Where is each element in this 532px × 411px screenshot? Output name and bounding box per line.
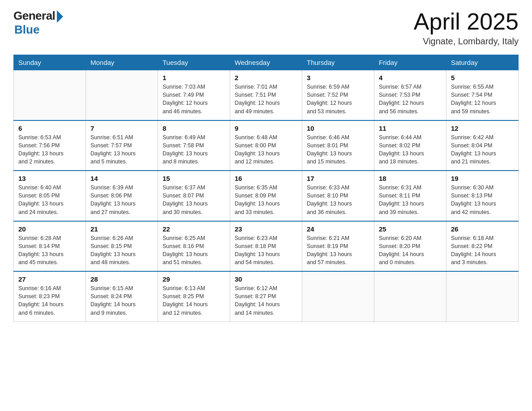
logo-general-text: General (13, 9, 55, 23)
day-number: 8 (163, 124, 225, 132)
day-number: 11 (379, 124, 442, 132)
calendar-cell (374, 271, 446, 321)
day-info: Sunrise: 6:25 AM Sunset: 8:16 PM Dayligh… (163, 234, 225, 267)
calendar-cell: 22Sunrise: 6:25 AM Sunset: 8:16 PM Dayli… (158, 221, 230, 272)
day-number: 7 (90, 124, 153, 132)
weekday-header-thursday: Thursday (302, 55, 374, 70)
calendar-cell: 8Sunrise: 6:49 AM Sunset: 7:58 PM Daylig… (158, 120, 230, 171)
calendar-cell: 6Sunrise: 6:53 AM Sunset: 7:56 PM Daylig… (14, 120, 86, 171)
day-number: 13 (18, 175, 81, 182)
day-info: Sunrise: 6:46 AM Sunset: 8:01 PM Dayligh… (307, 133, 369, 166)
calendar-week-row: 20Sunrise: 6:28 AM Sunset: 8:14 PM Dayli… (14, 221, 519, 272)
day-number: 27 (18, 275, 81, 283)
day-info: Sunrise: 6:53 AM Sunset: 7:56 PM Dayligh… (18, 133, 81, 166)
day-number: 1 (163, 74, 225, 81)
calendar-cell: 16Sunrise: 6:35 AM Sunset: 8:09 PM Dayli… (230, 171, 302, 221)
calendar-cell: 24Sunrise: 6:21 AM Sunset: 8:19 PM Dayli… (302, 221, 374, 272)
day-info: Sunrise: 6:49 AM Sunset: 7:58 PM Dayligh… (163, 133, 225, 166)
weekday-header-saturday: Saturday (446, 55, 519, 70)
calendar-cell: 13Sunrise: 6:40 AM Sunset: 8:05 PM Dayli… (14, 171, 86, 221)
title-block: April 2025 Vignate, Lombardy, Italy (414, 9, 519, 47)
calendar-cell: 1Sunrise: 7:03 AM Sunset: 7:49 PM Daylig… (158, 70, 230, 120)
day-number: 9 (235, 124, 297, 132)
calendar-cell: 18Sunrise: 6:31 AM Sunset: 8:11 PM Dayli… (374, 171, 446, 221)
day-info: Sunrise: 6:44 AM Sunset: 8:02 PM Dayligh… (379, 133, 442, 166)
calendar-cell: 2Sunrise: 7:01 AM Sunset: 7:51 PM Daylig… (230, 70, 302, 120)
logo-blue-text: Blue (14, 23, 39, 37)
day-info: Sunrise: 7:01 AM Sunset: 7:51 PM Dayligh… (235, 83, 297, 116)
day-number: 12 (451, 124, 514, 132)
day-number: 17 (307, 175, 369, 182)
day-number: 6 (18, 124, 81, 132)
day-number: 15 (163, 175, 225, 182)
day-number: 18 (379, 175, 442, 182)
calendar-cell: 11Sunrise: 6:44 AM Sunset: 8:02 PM Dayli… (374, 120, 446, 171)
calendar-cell: 9Sunrise: 6:48 AM Sunset: 8:00 PM Daylig… (230, 120, 302, 171)
calendar-cell: 20Sunrise: 6:28 AM Sunset: 8:14 PM Dayli… (14, 221, 86, 272)
calendar-week-row: 27Sunrise: 6:16 AM Sunset: 8:23 PM Dayli… (14, 271, 519, 321)
day-info: Sunrise: 6:31 AM Sunset: 8:11 PM Dayligh… (379, 184, 442, 216)
day-number: 25 (379, 225, 442, 233)
day-info: Sunrise: 6:23 AM Sunset: 8:18 PM Dayligh… (235, 234, 297, 267)
calendar-week-row: 6Sunrise: 6:53 AM Sunset: 7:56 PM Daylig… (14, 120, 519, 171)
day-number: 2 (235, 74, 297, 81)
day-info: Sunrise: 6:55 AM Sunset: 7:54 PM Dayligh… (451, 83, 514, 116)
day-info: Sunrise: 6:51 AM Sunset: 7:57 PM Dayligh… (90, 133, 153, 166)
weekday-header-sunday: Sunday (14, 55, 86, 70)
day-number: 26 (451, 225, 514, 233)
weekday-header-wednesday: Wednesday (230, 55, 302, 70)
day-number: 10 (307, 124, 369, 132)
day-info: Sunrise: 6:13 AM Sunset: 8:25 PM Dayligh… (163, 284, 225, 317)
calendar-cell: 12Sunrise: 6:42 AM Sunset: 8:04 PM Dayli… (446, 120, 519, 171)
day-info: Sunrise: 6:37 AM Sunset: 8:07 PM Dayligh… (163, 184, 225, 216)
location-subtitle: Vignate, Lombardy, Italy (414, 36, 519, 47)
page-header: General Blue April 2025 Vignate, Lombard… (13, 9, 519, 47)
calendar-cell: 5Sunrise: 6:55 AM Sunset: 7:54 PM Daylig… (446, 70, 519, 120)
calendar-cell: 21Sunrise: 6:26 AM Sunset: 8:15 PM Dayli… (86, 221, 158, 272)
day-info: Sunrise: 6:16 AM Sunset: 8:23 PM Dayligh… (18, 284, 81, 317)
day-number: 24 (307, 225, 369, 233)
day-info: Sunrise: 6:30 AM Sunset: 8:13 PM Dayligh… (451, 184, 514, 216)
calendar-cell: 7Sunrise: 6:51 AM Sunset: 7:57 PM Daylig… (86, 120, 158, 171)
calendar-cell (302, 271, 374, 321)
calendar-header-row: SundayMondayTuesdayWednesdayThursdayFrid… (14, 55, 519, 70)
day-info: Sunrise: 6:33 AM Sunset: 8:10 PM Dayligh… (307, 184, 369, 216)
calendar-cell: 17Sunrise: 6:33 AM Sunset: 8:10 PM Dayli… (302, 171, 374, 221)
calendar-cell: 25Sunrise: 6:20 AM Sunset: 8:20 PM Dayli… (374, 221, 446, 272)
calendar-cell: 10Sunrise: 6:46 AM Sunset: 8:01 PM Dayli… (302, 120, 374, 171)
logo-triangle-icon (57, 10, 63, 23)
calendar-cell: 29Sunrise: 6:13 AM Sunset: 8:25 PM Dayli… (158, 271, 230, 321)
day-info: Sunrise: 6:21 AM Sunset: 8:19 PM Dayligh… (307, 234, 369, 267)
day-number: 28 (90, 275, 153, 283)
calendar-cell: 26Sunrise: 6:18 AM Sunset: 8:22 PM Dayli… (446, 221, 519, 272)
calendar-table: SundayMondayTuesdayWednesdayThursdayFrid… (13, 55, 519, 322)
day-info: Sunrise: 6:35 AM Sunset: 8:09 PM Dayligh… (235, 184, 297, 216)
calendar-cell: 15Sunrise: 6:37 AM Sunset: 8:07 PM Dayli… (158, 171, 230, 221)
day-number: 20 (18, 225, 81, 233)
day-number: 30 (235, 275, 297, 283)
calendar-cell (14, 70, 86, 120)
day-number: 4 (379, 74, 442, 81)
day-info: Sunrise: 6:28 AM Sunset: 8:14 PM Dayligh… (18, 234, 81, 267)
calendar-week-row: 1Sunrise: 7:03 AM Sunset: 7:49 PM Daylig… (14, 70, 519, 120)
day-number: 22 (163, 225, 225, 233)
calendar-cell: 4Sunrise: 6:57 AM Sunset: 7:53 PM Daylig… (374, 70, 446, 120)
day-number: 23 (235, 225, 297, 233)
day-number: 14 (90, 175, 153, 182)
calendar-week-row: 13Sunrise: 6:40 AM Sunset: 8:05 PM Dayli… (14, 171, 519, 221)
day-info: Sunrise: 7:03 AM Sunset: 7:49 PM Dayligh… (163, 83, 225, 116)
calendar-cell: 28Sunrise: 6:15 AM Sunset: 8:24 PM Dayli… (86, 271, 158, 321)
day-info: Sunrise: 6:48 AM Sunset: 8:00 PM Dayligh… (235, 133, 297, 166)
day-info: Sunrise: 6:12 AM Sunset: 8:27 PM Dayligh… (235, 284, 297, 317)
day-info: Sunrise: 6:42 AM Sunset: 8:04 PM Dayligh… (451, 133, 514, 166)
day-info: Sunrise: 6:18 AM Sunset: 8:22 PM Dayligh… (451, 234, 514, 267)
calendar-cell: 3Sunrise: 6:59 AM Sunset: 7:52 PM Daylig… (302, 70, 374, 120)
calendar-cell: 14Sunrise: 6:39 AM Sunset: 8:06 PM Dayli… (86, 171, 158, 221)
calendar-cell: 23Sunrise: 6:23 AM Sunset: 8:18 PM Dayli… (230, 221, 302, 272)
logo: General Blue (13, 9, 63, 37)
day-info: Sunrise: 6:26 AM Sunset: 8:15 PM Dayligh… (90, 234, 153, 267)
day-info: Sunrise: 6:20 AM Sunset: 8:20 PM Dayligh… (379, 234, 442, 267)
day-info: Sunrise: 6:39 AM Sunset: 8:06 PM Dayligh… (90, 184, 153, 216)
day-number: 29 (163, 275, 225, 283)
weekday-header-monday: Monday (86, 55, 158, 70)
